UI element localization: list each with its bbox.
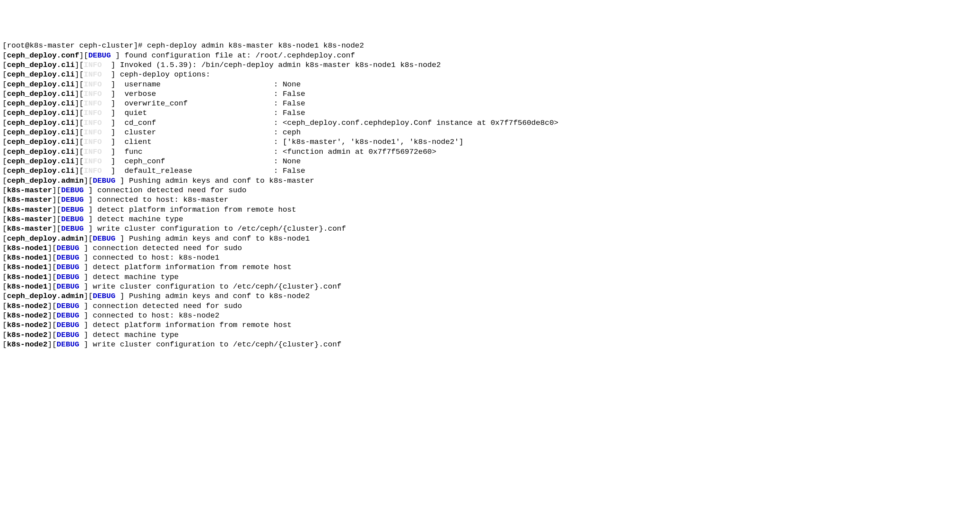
log-line: [ceph_deploy.cli][INFO ] username : None	[2, 80, 978, 89]
log-option-value: False	[283, 99, 305, 108]
log-level: DEBUG	[57, 321, 79, 329]
log-level: DEBUG	[93, 292, 115, 300]
log-level: DEBUG	[57, 302, 79, 310]
log-level: INFO	[84, 166, 102, 175]
log-level: DEBUG	[57, 331, 79, 339]
log-module: k8s-node1	[7, 253, 48, 262]
log-message: connection detected need for sudo	[93, 302, 242, 310]
log-module: k8s-master	[7, 195, 52, 204]
log-module: ceph_deploy.admin	[7, 292, 84, 300]
log-message: found configuration file at: /root/.ceph…	[124, 51, 355, 60]
log-level: INFO	[84, 109, 102, 117]
log-line: [k8s-node1][DEBUG ] detect platform info…	[2, 262, 978, 272]
log-option-value: False	[283, 109, 305, 117]
log-module: k8s-node2	[7, 331, 48, 339]
log-level: INFO	[84, 157, 102, 166]
log-line: [k8s-master][DEBUG ] write cluster confi…	[2, 224, 978, 233]
log-level: DEBUG	[61, 195, 84, 204]
log-level: DEBUG	[57, 273, 79, 281]
log-level: INFO	[84, 61, 102, 69]
log-message: Pushing admin keys and conf to k8s-node1	[129, 234, 310, 243]
log-module: k8s-master	[7, 215, 52, 224]
log-message: detect platform information from remote …	[93, 321, 292, 329]
log-level: DEBUG	[93, 176, 115, 185]
log-module: ceph_deploy.cli	[7, 128, 75, 137]
log-option-name: func	[120, 147, 274, 156]
log-line: [k8s-node1][DEBUG ] connection detected …	[2, 243, 978, 253]
log-message: write cluster configuration to /etc/ceph…	[97, 224, 346, 233]
log-module: k8s-node2	[7, 302, 48, 310]
log-option-value: <ceph_deploy.conf.cephdeploy.Conf instan…	[283, 119, 559, 127]
shell-prompt-line: [root@k8s-master ceph-cluster]# ceph-dep…	[2, 41, 978, 50]
log-module: k8s-master	[7, 186, 52, 195]
log-line: [ceph_deploy.admin][DEBUG ] Pushing admi…	[2, 234, 978, 243]
log-line: [ceph_deploy.cli][INFO ] func : <functio…	[2, 147, 978, 157]
log-module: ceph_deploy.cli	[7, 138, 75, 146]
log-level: DEBUG	[61, 205, 84, 214]
log-message: Invoked (1.5.39): /bin/ceph-deploy admin…	[120, 61, 441, 69]
log-option-name: cluster	[120, 128, 274, 137]
log-module: k8s-node1	[7, 273, 48, 281]
log-line: [ceph_deploy.cli][INFO ] Invoked (1.5.39…	[2, 60, 978, 70]
log-option-name: verbose	[120, 90, 274, 98]
log-module: ceph_deploy.admin	[7, 176, 84, 185]
log-level: INFO	[84, 119, 102, 127]
log-module: ceph_deploy.admin	[7, 234, 84, 243]
log-line: [k8s-node2][DEBUG ] write cluster config…	[2, 340, 978, 349]
log-module: ceph_deploy.cli	[7, 166, 75, 175]
log-option-value: False	[283, 166, 305, 175]
log-line: [k8s-node2][DEBUG ] detect platform info…	[2, 320, 978, 330]
log-option-value: None	[283, 157, 301, 166]
log-message: detect platform information from remote …	[93, 263, 292, 272]
log-option-name: username	[120, 80, 274, 89]
log-message: write cluster configuration to /etc/ceph…	[93, 282, 341, 291]
log-line: [k8s-node2][DEBUG ] detect machine type	[2, 330, 978, 340]
log-option-name: cd_conf	[120, 119, 274, 127]
log-line: [k8s-master][DEBUG ] detect machine type	[2, 214, 978, 224]
log-level: DEBUG	[57, 311, 79, 320]
log-module: ceph_deploy.cli	[7, 99, 75, 108]
log-line: [ceph_deploy.cli][INFO ] cluster : ceph	[2, 128, 978, 137]
log-message: Pushing admin keys and conf to k8s-node2	[129, 292, 310, 300]
log-message: detect machine type	[93, 273, 179, 281]
log-module: k8s-node2	[7, 321, 48, 329]
log-level: INFO	[84, 147, 102, 156]
log-module: ceph_deploy.cli	[7, 70, 75, 79]
log-option-value: <function admin at 0x7f7f56972e60>	[283, 147, 436, 156]
log-message: write cluster configuration to /etc/ceph…	[93, 340, 341, 349]
log-message: ceph-deploy options:	[120, 70, 210, 79]
log-module: ceph_deploy.cli	[7, 90, 75, 98]
log-option-name: overwrite_conf	[120, 99, 274, 108]
log-level: INFO	[84, 80, 102, 89]
log-module: k8s-master	[7, 205, 52, 214]
log-module: k8s-node1	[7, 263, 48, 272]
log-level: DEBUG	[57, 340, 79, 349]
log-module: k8s-node2	[7, 311, 48, 320]
log-option-name: ceph_conf	[120, 157, 274, 166]
log-line: [ceph_deploy.cli][INFO ] ceph-deploy opt…	[2, 70, 978, 79]
log-level: INFO	[84, 90, 102, 98]
log-module: ceph_deploy.cli	[7, 119, 75, 127]
log-option-value: None	[283, 80, 301, 89]
log-module: k8s-master	[7, 224, 52, 233]
log-option-name: client	[120, 138, 274, 146]
log-level: DEBUG	[93, 234, 115, 243]
log-level: INFO	[84, 99, 102, 108]
log-message: connected to host: k8s-node2	[93, 311, 219, 320]
log-line: [ceph_deploy.cli][INFO ] default_release…	[2, 166, 978, 176]
log-level: DEBUG	[57, 244, 79, 252]
log-module: ceph_deploy.conf	[7, 51, 79, 60]
log-option-name: default_release	[120, 166, 274, 175]
log-option-value: ['k8s-master', 'k8s-node1', 'k8s-node2']	[283, 138, 463, 146]
log-line: [ceph_deploy.cli][INFO ] quiet : False	[2, 108, 978, 118]
log-module: ceph_deploy.cli	[7, 147, 75, 156]
log-level: DEBUG	[61, 186, 84, 195]
log-line: [k8s-node2][DEBUG ] connection detected …	[2, 301, 978, 311]
log-option-name: quiet	[120, 109, 274, 117]
log-line: [ceph_deploy.cli][INFO ] verbose : False	[2, 89, 978, 99]
log-module: ceph_deploy.cli	[7, 157, 75, 166]
log-level: DEBUG	[61, 215, 84, 224]
log-level: DEBUG	[57, 282, 79, 291]
log-line: [ceph_deploy.cli][INFO ] ceph_conf : Non…	[2, 157, 978, 166]
log-module: k8s-node1	[7, 282, 48, 291]
